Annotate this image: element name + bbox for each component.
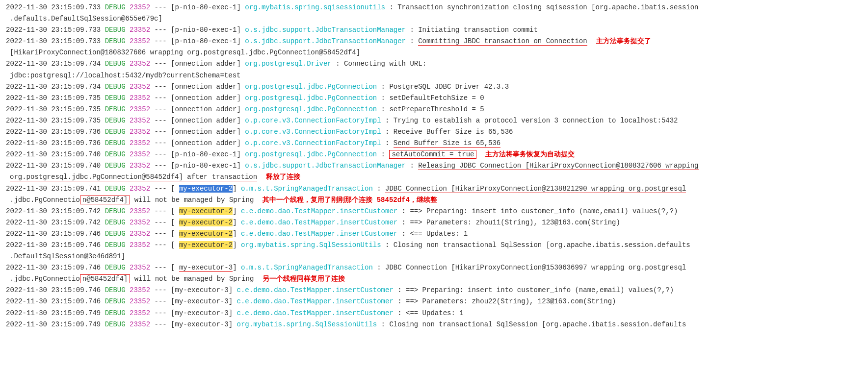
log-level: DEBUG (105, 105, 126, 113)
log-level: DEBUG (105, 219, 126, 226)
timestamp: 2022-11-30 23:15:09.735 (6, 105, 101, 113)
log-level: DEBUG (105, 241, 126, 249)
log-message: ==> Parameters: zhou22(String), 123@163.… (406, 297, 616, 305)
logger-name: org.mybatis.spring.SqlSessionUtils (241, 241, 381, 249)
log-level: DEBUG (105, 320, 126, 328)
log-message: Receive Buffer Size is 65,536 (394, 128, 513, 136)
log-message: Closing non transactional SqlSession [or… (394, 241, 690, 249)
log-line: 2022-11-30 23:15:09.746 DEBUG 23352 --- … (6, 296, 862, 307)
timestamp: 2022-11-30 23:15:09.736 (6, 128, 101, 136)
logger-name: org.postgresql.Driver (245, 60, 331, 68)
process-id: 23352 (130, 320, 150, 328)
process-id: 23352 (130, 185, 150, 193)
log-continuation: jdbc:postgresql://localhost:5432/mydb?cu… (6, 70, 862, 81)
log-level: DEBUG (105, 3, 126, 11)
thread-name: onnection adder (175, 139, 237, 147)
log-level: DEBUG (105, 94, 126, 102)
log-level: DEBUG (105, 309, 126, 317)
log-level: DEBUG (105, 185, 126, 193)
timestamp: 2022-11-30 23:15:09.749 (6, 320, 101, 328)
log-line: 2022-11-30 23:15:09.746 DEBUG 23352 --- … (6, 285, 862, 296)
log-message: <== Updates: 1 (406, 309, 464, 317)
timestamp: 2022-11-30 23:15:09.733 (6, 3, 101, 11)
timestamp: 2022-11-30 23:15:09.740 (6, 150, 101, 158)
log-message: JDBC Connection [HikariProxyConnection@2… (385, 185, 686, 193)
log-line: 2022-11-30 23:15:09.736 DEBUG 23352 --- … (6, 138, 862, 149)
process-id: 23352 (130, 207, 150, 215)
log-level: DEBUG (105, 117, 126, 124)
logger-name: c.e.demo.dao.TestMapper.insertCustomer (237, 309, 394, 317)
logger-name: org.mybatis.spring.SqlSessionUtils (237, 320, 377, 328)
log-line: 2022-11-30 23:15:09.740 DEBUG 23352 --- … (6, 149, 862, 160)
timestamp: 2022-11-30 23:15:09.733 (6, 26, 101, 34)
log-continuation: .jdbc.PgConnection@58452df4] will not be… (6, 195, 862, 206)
log-message: ==> Preparing: insert into customer_info… (410, 207, 678, 215)
process-id: 23352 (130, 230, 150, 238)
continuation-text: will not be managed by Spring (130, 275, 254, 283)
process-id: 23352 (130, 105, 150, 113)
log-level: DEBUG (105, 162, 126, 170)
log-level: DEBUG (105, 297, 126, 305)
timestamp: 2022-11-30 23:15:09.746 (6, 297, 101, 305)
process-id: 23352 (130, 60, 150, 68)
log-continuation: .jdbc.PgConnection@58452df4] will not be… (6, 273, 862, 285)
process-id: 23352 (130, 162, 150, 170)
log-level: DEBUG (105, 83, 126, 91)
log-line: 2022-11-30 23:15:09.746 DEBUG 23352 --- … (6, 228, 862, 240)
annotation: 主方法将事务恢复为自动提交 (485, 150, 575, 158)
continuation-text: .jdbc.PgConnectio (10, 275, 80, 283)
log-line: 2022-11-30 23:15:09.736 DEBUG 23352 --- … (6, 126, 862, 138)
logger-name: c.e.demo.dao.TestMapper.insertCustomer (237, 286, 394, 294)
log-line: 2022-11-30 23:15:09.749 DEBUG 23352 --- … (6, 319, 862, 330)
thread-name: my-executor-2 (179, 230, 233, 238)
log-level: DEBUG (105, 286, 126, 294)
timestamp: 2022-11-30 23:15:09.734 (6, 83, 101, 91)
logger-name: c.e.demo.dao.TestMapper.insertCustomer (241, 219, 397, 226)
log-message: JDBC Connection [HikariProxyConnection@1… (385, 264, 686, 271)
process-id: 23352 (130, 117, 150, 124)
logger-name: c.e.demo.dao.TestMapper.insertCustomer (237, 297, 394, 305)
log-continuation: org.postgresql.jdbc.PgConnection@58452df… (6, 172, 862, 183)
log-message: Trying to establish a protocol version 3… (394, 117, 678, 124)
log-message: <== Updates: 1 (410, 230, 468, 238)
thread-name: p-nio-80-exec-1 (175, 150, 237, 158)
log-level: DEBUG (105, 60, 126, 68)
process-id: 23352 (130, 26, 150, 34)
thread-name: p-nio-80-exec-1 (175, 37, 237, 45)
log-level: DEBUG (105, 139, 126, 147)
thread-name: onnection adder (175, 128, 237, 136)
process-id: 23352 (130, 309, 150, 317)
annotation: 主方法事务提交了 (596, 37, 651, 45)
logger-name: o.s.jdbc.support.JdbcTransactionManager (245, 162, 406, 170)
timestamp: 2022-11-30 23:15:09.742 (6, 207, 101, 215)
log-line: 2022-11-30 23:15:09.734 DEBUG 23352 --- … (6, 81, 862, 93)
log-message: Transaction synchronization closing sqis… (397, 3, 698, 11)
thread-name: onnection adder (175, 105, 237, 113)
log-continuation: [HikariProxyConnection@1808327606 wrappi… (6, 47, 862, 58)
log-message: setDefaultFetchSize = 0 (389, 94, 484, 102)
thread-name: p-nio-80-exec-1 (175, 3, 237, 11)
continuation-text: .DefaultSqlSession@3e46d891] (10, 252, 125, 260)
log-continuation: .DefaultSqlSession@3e46d891] (6, 251, 862, 262)
log-message: PostgreSQL JDBC Driver 42.3.3 (389, 83, 509, 91)
continuation-text: will not be managed by Spring (130, 196, 254, 204)
process-id: 23352 (130, 219, 150, 226)
log-level: DEBUG (105, 128, 126, 136)
thread-name: onnection adder (175, 83, 237, 91)
thread-name: my-executor-3 (175, 286, 229, 294)
log-line: 2022-11-30 23:15:09.735 DEBUG 23352 --- … (6, 115, 862, 126)
thread-name: onnection adder (175, 94, 237, 102)
log-level: DEBUG (105, 37, 126, 45)
process-id: 23352 (130, 128, 150, 136)
process-id: 23352 (130, 94, 150, 102)
logger-name: org.mybatis.spring.sqisessionutils (245, 3, 385, 11)
log-line: 2022-11-30 23:15:09.735 DEBUG 23352 --- … (6, 104, 862, 115)
thread-name: my-executor-3 (175, 320, 229, 328)
annotation: 释放了连接 (266, 173, 300, 181)
boxed-connection-id: n@58452df4] (80, 274, 130, 283)
timestamp: 2022-11-30 23:15:09.740 (6, 162, 101, 170)
log-level: DEBUG (105, 207, 126, 215)
logger-name: org.postgresql.jdbc.PgConnection (245, 150, 377, 158)
log-line: 2022-11-30 23:15:09.749 DEBUG 23352 --- … (6, 308, 862, 319)
timestamp: 2022-11-30 23:15:09.746 (6, 230, 101, 238)
